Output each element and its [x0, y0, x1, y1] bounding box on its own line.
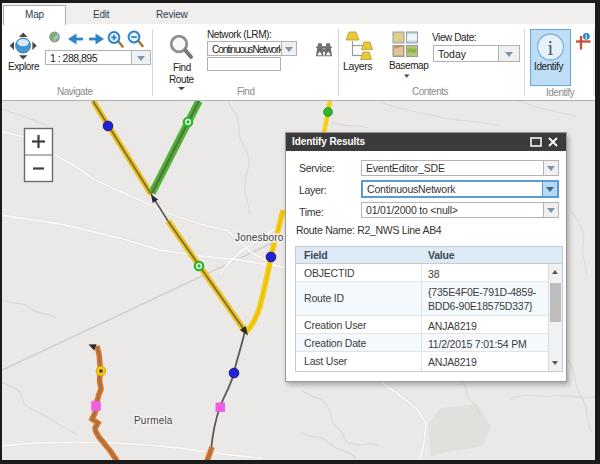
svg-text:Purmela: Purmela	[134, 415, 173, 426]
svg-text:Jonesboro: Jonesboro	[235, 232, 284, 243]
svg-text:i: i	[548, 36, 554, 60]
